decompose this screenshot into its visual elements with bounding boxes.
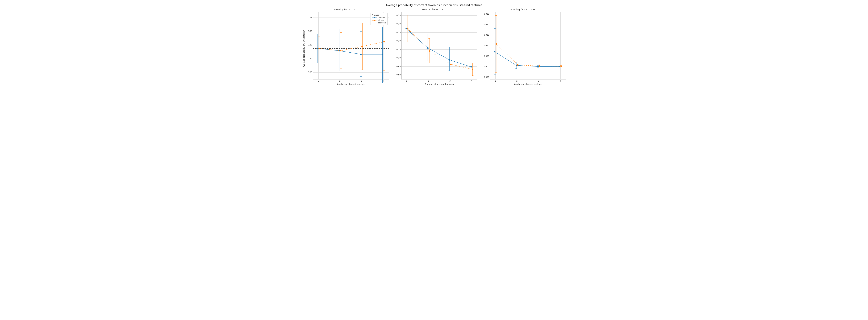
- svg-point-1: [374, 17, 375, 18]
- x-axis-label: Number of steered features: [313, 83, 389, 85]
- series-marker-within: [517, 64, 519, 66]
- figure: Average probability of correct token as …: [302, 3, 566, 85]
- panel-title: Steering factor = x30: [479, 8, 566, 11]
- y-tick-label: 0.33: [308, 71, 312, 73]
- y-ticks: −0.0050.0000.0050.0100.0150.0200.025: [482, 12, 490, 79]
- legend-swatch: [372, 22, 377, 24]
- panel-title: Steering factor = x1: [302, 8, 389, 11]
- series-marker-between: [516, 65, 517, 66]
- y-tick-label: 0.25: [397, 31, 401, 33]
- y-tick-label: 0.00: [397, 74, 401, 76]
- plot-svg: [490, 12, 566, 79]
- y-tick-label: 0.10: [397, 57, 401, 59]
- plot-area: Methodbetweenwithinbaseline: [313, 12, 389, 79]
- series-marker-within: [539, 65, 540, 67]
- x-tick-label: 1: [495, 80, 496, 82]
- series-marker-within: [407, 28, 408, 29]
- x-ticks: 1234: [401, 79, 477, 83]
- x-axis-label: Number of steered features: [490, 83, 566, 85]
- series-marker-between: [427, 47, 429, 49]
- panels-row: Steering factor = x1Average probability …: [302, 8, 566, 85]
- legend-title: Method: [372, 14, 386, 16]
- plot-svg: [402, 12, 477, 79]
- x-tick-label: 1: [406, 80, 407, 82]
- y-tick-label: 0.37: [308, 16, 312, 19]
- y-tick-label: 0.025: [484, 13, 489, 15]
- series-line-within: [319, 42, 384, 51]
- chart-panel: Steering factor = x30Average probability…: [479, 8, 566, 85]
- y-ticks: 0.330.340.350.360.37: [305, 12, 313, 79]
- y-tick-label: 0.35: [308, 44, 312, 46]
- series-marker-within: [362, 45, 363, 47]
- y-tick-label: 0.010: [484, 44, 489, 47]
- series-marker-between: [449, 59, 450, 61]
- y-tick-label: 0.000: [484, 65, 489, 68]
- y-tick-label: 0.20: [397, 40, 401, 42]
- x-tick-label: 3: [538, 80, 539, 82]
- x-tick-label: 3: [450, 80, 451, 82]
- x-tick-label: 2: [428, 80, 429, 82]
- y-tick-label: 0.30: [397, 23, 401, 25]
- x-tick-label: 2: [339, 80, 340, 82]
- series-marker-between: [406, 28, 407, 29]
- y-tick-label: 0.020: [484, 23, 489, 26]
- y-ticks: 0.000.050.100.150.200.250.300.35: [394, 12, 401, 79]
- legend-item-baseline: baseline: [372, 22, 386, 24]
- legend-swatch: [372, 19, 377, 21]
- x-axis-label: Number of steered features: [401, 83, 477, 85]
- y-tick-label: 0.15: [397, 48, 401, 51]
- x-ticks: 1234: [490, 79, 566, 83]
- series-marker-within: [340, 50, 341, 51]
- series-line-between: [406, 29, 471, 67]
- series-line-within: [408, 29, 473, 69]
- x-tick-label: 3: [361, 80, 362, 82]
- series-marker-between: [339, 50, 340, 51]
- y-tick-label: 0.34: [308, 58, 312, 60]
- svg-point-3: [374, 20, 375, 21]
- legend-item-within: within: [372, 19, 386, 21]
- legend-item-between: between: [372, 17, 386, 19]
- y-tick-label: 0.35: [397, 14, 401, 16]
- series-marker-within: [429, 50, 430, 52]
- chart-panel: Steering factor = x10Average probability…: [391, 8, 477, 85]
- panel-title: Steering factor = x10: [391, 8, 477, 11]
- x-tick-label: 1: [318, 80, 319, 82]
- y-tick-label: −0.005: [482, 76, 489, 78]
- series-marker-within: [560, 66, 562, 67]
- x-tick-label: 2: [516, 80, 518, 82]
- series-marker-between: [494, 51, 495, 53]
- series-marker-within: [318, 48, 320, 49]
- series-marker-between: [470, 66, 472, 67]
- x-ticks: 1234: [313, 79, 389, 83]
- figure-suptitle: Average probability of correct token as …: [302, 3, 566, 7]
- series-line-within: [496, 44, 561, 66]
- legend-swatch: [372, 17, 377, 19]
- series-marker-between: [382, 54, 383, 55]
- series-marker-within: [496, 43, 497, 44]
- y-axis-label: Average probability of correct token: [302, 12, 305, 85]
- x-tick-label: 4: [471, 80, 472, 82]
- y-tick-label: 0.36: [308, 30, 312, 32]
- y-tick-label: 0.015: [484, 34, 489, 36]
- legend: Methodbetweenwithinbaseline: [370, 13, 388, 25]
- plot-area: [490, 12, 566, 79]
- series-marker-between: [360, 54, 362, 55]
- legend-label: baseline: [378, 22, 386, 24]
- y-tick-label: 0.05: [397, 65, 401, 67]
- x-tick-label: 4: [382, 80, 384, 82]
- chart-panel: Steering factor = x1Average probability …: [302, 8, 389, 85]
- x-tick-label: 4: [559, 80, 561, 82]
- series-marker-within: [450, 64, 452, 65]
- legend-label: between: [378, 17, 386, 19]
- series-marker-within: [383, 41, 385, 42]
- plot-area: [401, 12, 477, 79]
- series-line-between: [495, 52, 560, 66]
- series-marker-between: [317, 48, 318, 49]
- y-tick-label: 0.005: [484, 55, 489, 57]
- legend-label: within: [378, 19, 383, 21]
- series-marker-within: [472, 69, 473, 70]
